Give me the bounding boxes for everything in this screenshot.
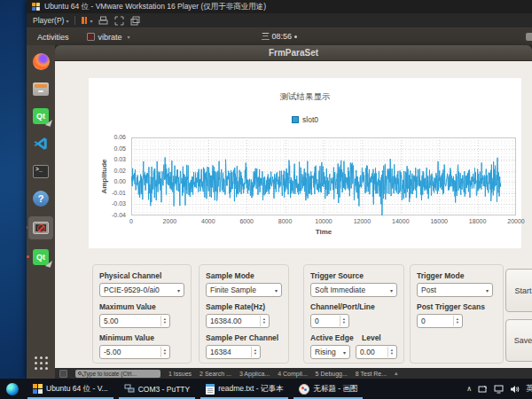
taskbar-item-edge[interactable] (0, 379, 25, 399)
chart-legend: slot0 (89, 115, 521, 124)
post-trigger-scans-input[interactable]: 0 ▴▾ (417, 314, 463, 328)
level-input[interactable]: 0.00 ▴▾ (356, 345, 397, 359)
trigger-mode-select[interactable]: Post▾ (417, 283, 493, 297)
panel-button-search[interactable]: 2 Search ... (200, 371, 231, 377)
stepper-icons[interactable]: ▴▾ (251, 347, 256, 357)
taskbar-item-putty[interactable]: COM3 - PuTTY (116, 379, 199, 399)
maximum-value-input[interactable]: 5.00 ▴▾ (99, 314, 170, 328)
taskbar-item-notepad[interactable]: readme.txt - 记事本 (198, 379, 291, 399)
stepper-icons[interactable]: ▴▾ (453, 316, 458, 326)
x-tick-label: 6000 (239, 218, 254, 224)
chevron-down-icon: ▾ (486, 287, 489, 293)
dock-item-firefox[interactable] (30, 51, 51, 71)
x-tick-label: 0 (129, 218, 133, 224)
ubuntu-dock: Qt >_ ? Qt (27, 45, 55, 379)
plot-area (131, 137, 516, 215)
y-tick-label: -0.04 (112, 212, 126, 218)
vmware-icon (33, 384, 43, 394)
player-menu[interactable]: Player(P)▾ (33, 16, 68, 25)
terminal-icon: >_ (33, 165, 49, 178)
locator-input[interactable]: Type to locate (Ctrl... (75, 370, 160, 378)
dock-item-help[interactable]: ? (30, 189, 51, 208)
frmparaset-titlebar[interactable]: FrmParaSet (55, 45, 532, 61)
prohibit-icon (37, 224, 45, 232)
active-edge-select[interactable]: Rising▾ (310, 345, 350, 359)
trigger-source-select[interactable]: Soft Immediate▾ (310, 283, 397, 297)
fullscreen-button[interactable] (114, 16, 124, 26)
stepper-icons[interactable]: ▴▾ (160, 347, 166, 357)
show-applications-button[interactable] (35, 356, 48, 370)
x-tick-label: 18000 (469, 218, 486, 224)
trigger-source-group: Trigger Source Soft Immediate▾ Channel/P… (303, 264, 404, 364)
vmware-logo-icon (32, 3, 40, 11)
vmware-toolbar: Player(P)▾ ▾ (27, 13, 532, 28)
minimum-value-input[interactable]: -5.00 ▴▾ (99, 345, 170, 359)
chevron-down-icon: ▾ (90, 18, 92, 24)
panel-button-test-results[interactable]: 8 Test Re... (356, 371, 387, 377)
panel-expand-icon[interactable]: ▴ (395, 370, 398, 377)
chevron-down-icon: ▾ (390, 287, 393, 293)
save-button[interactable]: Save (505, 319, 532, 362)
sample-rate-input[interactable]: 16384.00 ▴▾ (206, 314, 270, 328)
qt-creator-icon: Qt (33, 108, 49, 124)
y-tick-label: 0.00 (113, 178, 126, 184)
ime-indicator[interactable]: 英 (526, 383, 532, 395)
dock-item-files[interactable] (30, 79, 51, 98)
stepper-icons[interactable]: ▴▾ (160, 316, 166, 326)
qt-app-icon: Qt (33, 249, 49, 265)
screen: Ubuntu 64 位 - VMware Workstation 16 Play… (0, 0, 532, 399)
notepad-icon (206, 384, 215, 395)
stepper-icons[interactable]: ▴▾ (340, 316, 345, 326)
chart-panel: 测试结果显示 slot0 Amplitude 0.060.050.030.020… (89, 78, 521, 248)
screen-record-icon (33, 222, 49, 234)
panel-button-application-output[interactable]: 3 Applica... (239, 371, 270, 377)
sample-rate-label: Sample Rate(Hz) (206, 302, 282, 311)
channel-port-line-input[interactable]: 0 ▴▾ (310, 314, 349, 328)
x-tick-label: 12000 (354, 218, 371, 224)
sample-per-channel-label: Sample Per Channel (206, 333, 282, 342)
tray-chevron-up-icon[interactable]: ∧ (466, 385, 472, 393)
taskbar-item-vmware[interactable]: Ubuntu 64 位 - V... (25, 379, 116, 399)
running-indicator-dot (27, 226, 27, 229)
tablet-pen-icon[interactable] (478, 385, 488, 394)
volume-icon[interactable] (510, 385, 520, 394)
app-indicator-icon (87, 33, 95, 41)
devices-button[interactable] (98, 16, 108, 26)
sample-per-channel-input[interactable]: 16384 ▴▾ (206, 345, 261, 359)
qtcreator-statusbar: Type to locate (Ctrl... 1 Issues 2 Searc… (55, 368, 532, 379)
panel-button-issues[interactable]: 1 Issues (168, 371, 192, 377)
physical-channel-select[interactable]: PCIE-9529-0/ai0▾ (99, 283, 184, 297)
dock-item-qtcreator[interactable]: Qt (30, 106, 51, 126)
panel-button-compile-output[interactable]: 4 Compil... (278, 371, 307, 377)
legend-label: slot0 (302, 115, 318, 124)
vmware-titlebar[interactable]: Ubuntu 64 位 - VMware Workstation 16 Play… (27, 0, 532, 13)
start-button[interactable]: Start (505, 269, 532, 312)
kit-selector-icon[interactable] (59, 370, 67, 378)
y-tick-label: -0.01 (112, 190, 126, 196)
stepper-icons[interactable]: ▴▾ (387, 347, 393, 357)
minimum-value-label: Minimum Value (99, 333, 184, 342)
stepper-icons[interactable]: ▴▾ (260, 316, 265, 326)
dock-item-screen-record[interactable] (28, 216, 53, 239)
sample-mode-select[interactable]: Finite Sample▾ (206, 283, 282, 297)
x-tick-label: 4000 (201, 218, 215, 224)
panel-button-debugger[interactable]: 5 Debugg... (316, 371, 348, 377)
level-label: Level (362, 333, 381, 342)
sample-mode-label: Sample Mode (206, 271, 282, 280)
dock-item-qt-app[interactable]: Qt (30, 247, 51, 267)
suspend-button[interactable]: ▾ (82, 17, 92, 24)
dock-item-terminal[interactable]: >_ (30, 161, 51, 181)
x-tick-label: 16000 (430, 218, 447, 224)
pause-icon (82, 17, 84, 24)
dock-item-vscode[interactable] (30, 134, 51, 153)
activities-button[interactable]: Activities (37, 33, 69, 42)
network-icon[interactable] (494, 385, 504, 394)
vmware-window: Ubuntu 64 位 - VMware Workstation 16 Play… (27, 0, 532, 379)
unity-button[interactable] (130, 16, 140, 26)
clock[interactable]: 三 08:56 (262, 31, 297, 43)
taskbar-item-paint[interactable]: 无标题 - 画图 (291, 379, 365, 399)
app-indicator[interactable]: vibrate ▾ (87, 33, 130, 42)
chevron-down-icon: ▾ (343, 349, 346, 356)
y-tick-label: 0.03 (113, 156, 126, 162)
system-menu-icon[interactable] (526, 33, 532, 41)
